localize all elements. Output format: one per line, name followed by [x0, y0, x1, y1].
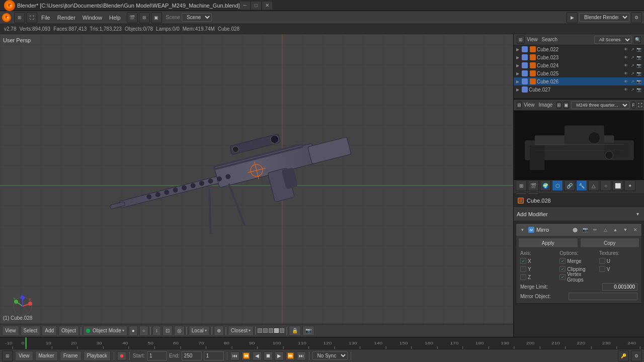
sync-dropdown[interactable]: No Sync [312, 351, 348, 360]
props-data-icon[interactable]: △ [588, 180, 599, 191]
timeline-editor-icon[interactable]: ⊞ [2, 350, 13, 361]
fullscreen-btn[interactable]: ⛶ [26, 12, 37, 23]
render-btn-027[interactable]: 📷 [636, 86, 642, 93]
visibility-btn-026[interactable]: 👁 [623, 78, 629, 84]
axis-x-checkbox[interactable] [520, 258, 526, 264]
clipping-checkbox[interactable] [559, 266, 566, 272]
scene-type-btn[interactable]: ▣ [151, 12, 162, 23]
object-mode-dropdown[interactable]: Object Mode [83, 326, 127, 336]
snap-target-dropdown[interactable]: Closest [228, 326, 254, 336]
play-back-btn[interactable]: ◀ [253, 351, 262, 360]
viewport-add-btn[interactable]: Add [42, 326, 57, 336]
viewport-3d[interactable]: User Persp (1) Cube.028 X Y Z View [0, 34, 513, 337]
outliner-scenes-dropdown[interactable]: All Scenes [594, 36, 632, 44]
mod-edit-btn[interactable]: ✏ [591, 226, 599, 234]
outliner-search-btn[interactable]: 🔍 [634, 36, 641, 43]
timeline-marker-btn[interactable]: Marker [35, 351, 58, 361]
layer-btn-5[interactable] [280, 328, 284, 333]
render-engine-selector[interactable]: Blender Render [579, 13, 629, 22]
mirror-object-input[interactable] [569, 293, 637, 300]
visibility-btn-022[interactable]: 👁 [623, 46, 629, 52]
visibility-btn-024[interactable]: 👁 [623, 62, 629, 68]
modifier-copy-btn[interactable]: Copy [580, 238, 640, 248]
snap-icon-btn[interactable]: ⊕ [214, 326, 224, 336]
image-pin-btn[interactable]: F [631, 102, 635, 109]
props-modifier-icon[interactable]: 🔧 [576, 180, 587, 191]
mod-delete-btn[interactable]: ✕ [631, 226, 639, 234]
record-btn[interactable]: ⏺ [117, 351, 126, 360]
mod-realtime-btn[interactable]: ⬤ [571, 226, 579, 234]
lock-btn-022[interactable]: ↗ [629, 46, 635, 52]
render-btn-023[interactable]: 📷 [636, 54, 642, 60]
tex-v-checkbox[interactable] [599, 266, 605, 272]
snapping-btn[interactable]: ⊡ [163, 326, 173, 336]
outliner-row-cube024[interactable]: ▶ Cube.024 👁 ↗ 📷 [514, 61, 644, 69]
timeline-frame-btn[interactable]: Frame [60, 351, 82, 361]
menu-file[interactable]: File [38, 13, 53, 23]
modifier-apply-btn[interactable]: Apply [518, 238, 578, 248]
camera-view-btn[interactable]: 📷 [302, 326, 314, 336]
transform-manipulator-btn[interactable]: ↕ [152, 326, 161, 336]
current-frame-input[interactable] [204, 351, 224, 360]
outliner-row-cube027[interactable]: ▶ Cube.027 👁 ↗ 📷 [514, 85, 644, 94]
lock-view-btn[interactable]: 🔒 [289, 326, 301, 336]
proportional-btn[interactable]: ◎ [174, 326, 185, 336]
image-shading-btn[interactable]: ▣ [564, 102, 569, 109]
tex-u-checkbox[interactable] [599, 258, 605, 264]
lock-btn-026[interactable]: ↗ [629, 78, 635, 84]
vertex-groups-checkbox[interactable] [559, 274, 566, 280]
mod-move-up-btn[interactable]: ▲ [611, 226, 619, 234]
lock-btn-024[interactable]: ↗ [629, 62, 635, 68]
scene-icon2-btn[interactable]: ⊞ [139, 12, 150, 23]
props-scene-icon[interactable]: 🎬 [528, 180, 539, 191]
jump-start-btn[interactable]: ⏮ [230, 351, 239, 360]
outliner-search-label[interactable]: Search [542, 37, 558, 42]
viewport-select-btn[interactable]: Select [21, 326, 41, 336]
lock-btn-025[interactable]: ↗ [629, 70, 635, 76]
menu-help[interactable]: Help [106, 13, 124, 23]
layer-btn-2[interactable] [263, 328, 268, 333]
props-world-icon[interactable]: 🌍 [540, 180, 551, 191]
solid-shading-btn[interactable]: ● [129, 326, 138, 336]
render-engine-icon[interactable]: ▶ [567, 12, 578, 23]
local-space-dropdown[interactable]: Local [189, 326, 210, 336]
jump-end-btn[interactable]: ⏭ [297, 351, 306, 360]
mod-move-down-btn[interactable]: ▼ [621, 226, 629, 234]
lock-btn-023[interactable]: ↗ [629, 54, 635, 60]
layer-btn-1[interactable] [258, 328, 262, 333]
outliner-row-cube023[interactable]: ▶ Cube.023 👁 ↗ 📷 [514, 53, 644, 61]
image-editor-icon[interactable]: ⊞ [517, 101, 522, 109]
merge-limit-input[interactable] [602, 283, 637, 291]
editor-type-btn[interactable]: ⊞ [14, 12, 25, 23]
keying-set-btn[interactable]: 🔑 [618, 350, 629, 361]
viewport-object-btn[interactable]: Object [58, 326, 79, 336]
play-stop-btn[interactable]: ⏹ [264, 351, 273, 360]
merge-checkbox[interactable] [559, 258, 566, 264]
outliner-editor-icon[interactable]: ⊞ [517, 36, 525, 44]
image-expand-btn[interactable]: ⛶ [637, 102, 643, 109]
props-texture-icon[interactable]: ⬜ [612, 180, 623, 191]
outliner-row-cube026[interactable]: ▶ Cube.026 👁 ↗ 📷 [514, 77, 644, 85]
timeline-ruler[interactable]: -10 0 10 20 30 40 50 60 70 80 90 100 110 [0, 337, 644, 349]
visibility-btn-023[interactable]: 👁 [623, 54, 629, 60]
image-view-label[interactable]: View [524, 102, 535, 108]
image-editor-icon2[interactable]: ⊞ [556, 102, 561, 109]
outliner-view-label[interactable]: View [527, 37, 538, 42]
outliner-row-cube022[interactable]: ▶ Cube.022 👁 ↗ 📷 [514, 45, 644, 53]
mod-cage-btn[interactable]: △ [601, 226, 609, 234]
menu-render[interactable]: Render [54, 13, 78, 23]
render-btn-024[interactable]: 📷 [636, 62, 642, 68]
visibility-btn-027[interactable]: 👁 [623, 86, 629, 93]
modifier-mirror-header[interactable]: ▾ M Mirro ⬤ 📷 ✏ △ ▲ ▼ ✕ [516, 224, 641, 236]
lock-btn-027[interactable]: ↗ [629, 86, 635, 93]
add-modifier-row[interactable]: Add Modifier ▾ [514, 207, 644, 221]
timeline-playback-btn[interactable]: Playback [84, 351, 111, 361]
mod-render-btn[interactable]: 📷 [581, 226, 589, 234]
scene-selector[interactable]: Scene [182, 13, 212, 22]
props-material-icon[interactable]: ○ [600, 180, 611, 191]
render-settings-btn[interactable]: ⚙ [631, 12, 642, 23]
end-frame-input[interactable] [182, 351, 202, 360]
axis-z-checkbox[interactable] [520, 274, 526, 280]
play-forward-btn[interactable]: ▶ [275, 351, 284, 360]
render-btn-025[interactable]: 📷 [636, 70, 642, 76]
